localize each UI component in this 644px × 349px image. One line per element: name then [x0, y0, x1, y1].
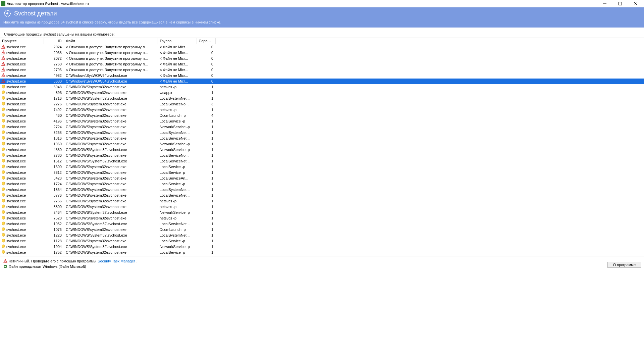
- table-row[interactable]: svchost.exe 2276 C:\WINDOWS\system32\svc…: [0, 101, 644, 107]
- cell-group: < Файл не Micr...: [158, 50, 197, 56]
- legend-ok-line: Файл принадлежит Windows (Файл Microsoft…: [3, 264, 641, 269]
- cell-process: svchost.exe: [6, 153, 26, 157]
- col-header-file[interactable]: Файл: [64, 38, 158, 44]
- table-row[interactable]: svchost.exe 2780 C:\WINDOWS\system32\svc…: [0, 153, 644, 158]
- table-row[interactable]: svchost.exe 1364 C:\WINDOWS\system32\svc…: [0, 187, 644, 193]
- table-row[interactable]: svchost.exe 1724 C:\WINDOWS\system32\svc…: [0, 181, 644, 187]
- table-row[interactable]: svchost.exe 2760 < Отказано в доступе. З…: [0, 61, 644, 67]
- col-header-services[interactable]: Сервисы: [197, 38, 215, 44]
- cell-services: 4: [197, 113, 215, 118]
- table-row[interactable]: svchost.exe 3428 C:\WINDOWS\system32\svc…: [0, 176, 644, 181]
- table-row[interactable]: svchost.exe 1600 C:\WINDOWS\system32\svc…: [0, 164, 644, 170]
- cell-id: 1716: [44, 96, 64, 101]
- banner-title: Svchost детали: [14, 10, 57, 17]
- cell-process: svchost.exe: [6, 125, 26, 129]
- table-row[interactable]: svchost.exe 3300 C:\WINDOWS\system32\svc…: [0, 204, 644, 210]
- table-row[interactable]: svchost.exe 396 C:\WINDOWS\system32\svch…: [0, 90, 644, 96]
- table-row[interactable]: svchost.exe 2796 < Отказано в доступе. З…: [0, 67, 644, 73]
- cell-services: 0: [197, 44, 215, 50]
- minimize-button[interactable]: [597, 0, 612, 7]
- cell-group: LocalService -p: [158, 250, 197, 255]
- col-header-process[interactable]: Процесс: [0, 38, 44, 44]
- row-status-icon: [1, 113, 5, 118]
- warning-icon: [3, 259, 7, 263]
- cell-group: NetworkService -p: [158, 244, 197, 250]
- cell-services: 1: [197, 124, 215, 130]
- cell-file: C:\WINDOWS\system32\svchost.exe: [64, 198, 158, 204]
- table-row[interactable]: svchost.exe 2024 < Отказано в доступе. З…: [0, 44, 644, 50]
- table-row[interactable]: svchost.exe 1128 C:\WINDOWS\system32\svc…: [0, 238, 644, 244]
- cell-spacer: [215, 250, 644, 255]
- table-row[interactable]: svchost.exe 1076 C:\WINDOWS\system32\svc…: [0, 227, 644, 233]
- row-status-icon: [1, 187, 5, 192]
- cell-spacer: [215, 61, 644, 67]
- banner-subtitle: Нажмите на одном из процессов 64 svchost…: [3, 20, 641, 24]
- process-table-scroll[interactable]: Процесс ID Файл Группа Сервисы svchost.e…: [0, 38, 644, 256]
- cell-file: C:\WINDOWS\system32\svchost.exe: [64, 113, 158, 118]
- section-label: Следующие процессы svchost запущены на в…: [0, 28, 644, 38]
- cell-services: 1: [197, 118, 215, 124]
- cell-file: C:\WINDOWS\system32\svchost.exe: [64, 238, 158, 244]
- cell-services: 3: [197, 101, 215, 107]
- cell-process: svchost.exe: [6, 91, 26, 95]
- cell-group: LocalSystemNet...: [158, 130, 197, 136]
- table-row[interactable]: svchost.exe 3312 C:\WINDOWS\system32\svc…: [0, 170, 644, 176]
- cell-spacer: [215, 124, 644, 130]
- table-row[interactable]: svchost.exe 1716 C:\WINDOWS\System32\svc…: [0, 96, 644, 101]
- table-row[interactable]: svchost.exe 6680 C:\Windows\SysWOW64\svc…: [0, 79, 644, 84]
- cell-process: svchost.exe: [6, 113, 26, 117]
- close-button[interactable]: [628, 0, 643, 7]
- table-row[interactable]: svchost.exe 2068 < Отказано в доступе. З…: [0, 50, 644, 56]
- cell-spacer: [215, 113, 644, 118]
- cell-id: 3776: [44, 193, 64, 198]
- table-row[interactable]: svchost.exe 3268 C:\WINDOWS\system32\svc…: [0, 130, 644, 136]
- table-row[interactable]: svchost.exe 4880 C:\WINDOWS\System32\svc…: [0, 147, 644, 153]
- cell-file: < Отказано в доступе. Запустите программ…: [64, 50, 158, 56]
- table-row[interactable]: svchost.exe 2756 C:\WINDOWS\system32\svc…: [0, 198, 644, 204]
- maximize-button[interactable]: [612, 0, 628, 7]
- table-body: svchost.exe 2024 < Отказано в доступе. З…: [0, 44, 644, 256]
- legend-warn-prefix: нетипичный. Проверьте его с помощью прог…: [9, 258, 96, 264]
- cell-id: 2024: [44, 44, 64, 50]
- table-row[interactable]: svchost.exe 1220 C:\WINDOWS\System32\svc…: [0, 233, 644, 238]
- table-row[interactable]: svchost.exe 2724 C:\WINDOWS\system32\svc…: [0, 124, 644, 130]
- table-row[interactable]: svchost.exe 6092 C:\WINDOWS\system32\svc…: [0, 255, 644, 256]
- table-row[interactable]: svchost.exe 1752 C:\WINDOWS\system32\svc…: [0, 250, 644, 255]
- table-row[interactable]: svchost.exe 7492 C:\WINDOWS\system32\svc…: [0, 107, 644, 113]
- table-row[interactable]: svchost.exe 4932 C:\Windows\SysWOW64\svc…: [0, 73, 644, 79]
- cell-group: netsvcs -p: [158, 215, 197, 221]
- table-row[interactable]: svchost.exe 460 C:\WINDOWS\system32\svch…: [0, 113, 644, 118]
- cell-services: 1: [197, 181, 215, 187]
- table-row[interactable]: svchost.exe 1512 C:\WINDOWS\System32\svc…: [0, 158, 644, 164]
- table-row[interactable]: svchost.exe 3776 C:\WINDOWS\system32\svc…: [0, 193, 644, 198]
- cell-file: C:\WINDOWS\system32\svchost.exe: [64, 250, 158, 255]
- table-row[interactable]: svchost.exe 1904 C:\WINDOWS\System32\svc…: [0, 244, 644, 250]
- cell-file: C:\WINDOWS\system32\svchost.exe: [64, 124, 158, 130]
- stm-link[interactable]: Security Task Manager: [98, 258, 135, 264]
- row-status-icon: [1, 159, 5, 163]
- table-row[interactable]: svchost.exe 2072 < Отказано в доступе. З…: [0, 56, 644, 61]
- footer: нетипичный. Проверьте его с помощью прог…: [0, 256, 644, 270]
- cell-process: svchost.exe: [6, 239, 26, 243]
- about-button[interactable]: О программе: [607, 262, 641, 268]
- table-row[interactable]: svchost.exe 7520 C:\WINDOWS\system32\svc…: [0, 215, 644, 221]
- table-row[interactable]: svchost.exe 1952 C:\WINDOWS\System32\svc…: [0, 221, 644, 227]
- table-row[interactable]: svchost.exe 2464 C:\WINDOWS\System32\svc…: [0, 210, 644, 215]
- process-table: Процесс ID Файл Группа Сервисы svchost.e…: [0, 38, 644, 256]
- row-status-icon: [1, 73, 5, 78]
- cell-id: 1724: [44, 181, 64, 187]
- col-header-group[interactable]: Группа: [158, 38, 197, 44]
- cell-file: C:\WINDOWS\System32\svchost.exe: [64, 221, 158, 227]
- table-row[interactable]: svchost.exe 4196 C:\WINDOWS\system32\svc…: [0, 118, 644, 124]
- cell-group: < Файл не Micr...: [158, 73, 197, 79]
- table-row[interactable]: svchost.exe 1816 C:\WINDOWS\system32\svc…: [0, 136, 644, 141]
- cell-id: 4880: [44, 147, 64, 153]
- cell-id: 1960: [44, 141, 64, 147]
- cell-group: LocalService -p: [158, 118, 197, 124]
- cell-file: C:\WINDOWS\system32\svchost.exe: [64, 136, 158, 141]
- cell-spacer: [215, 90, 644, 96]
- col-header-id[interactable]: ID: [44, 38, 64, 44]
- table-row[interactable]: svchost.exe 5948 C:\WINDOWS\system32\svc…: [0, 84, 644, 90]
- cell-spacer: [215, 193, 644, 198]
- table-row[interactable]: svchost.exe 1960 C:\WINDOWS\system32\svc…: [0, 141, 644, 147]
